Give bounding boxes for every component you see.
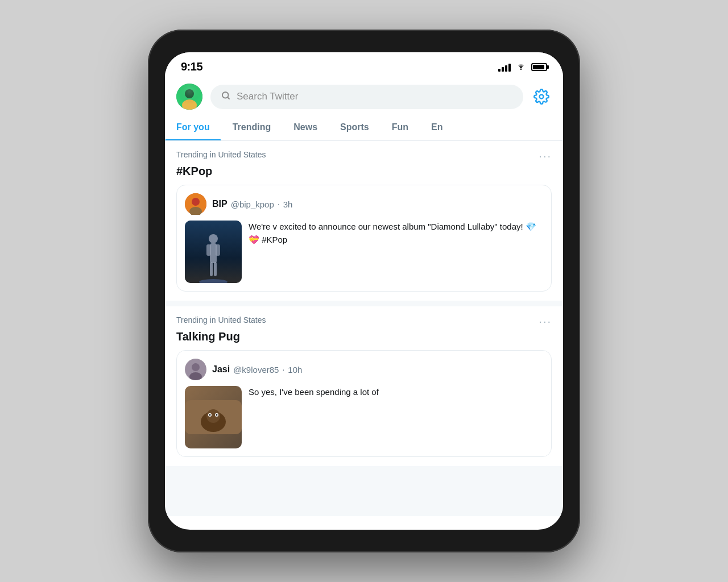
settings-icon[interactable] — [531, 86, 552, 107]
trend-title-pug[interactable]: Talking Pug — [176, 330, 552, 343]
tweet-user-row-bip: BIP @bip_kpop · 3h — [185, 193, 543, 215]
tab-fun[interactable]: Fun — [380, 114, 420, 140]
tweet-image-bip — [185, 221, 242, 283]
outer-scene: 9:15 — [0, 0, 728, 582]
trend-section-kpop: Trending in United States ··· #KPop — [165, 141, 563, 301]
svg-point-6 — [540, 95, 544, 99]
svg-point-23 — [206, 409, 220, 423]
signal-bars-icon — [498, 63, 511, 72]
svg-point-26 — [209, 414, 211, 416]
tab-sports[interactable]: Sports — [329, 114, 380, 140]
tweet-user-info-bip: BIP @bip_kpop · 3h — [212, 199, 292, 209]
tweet-handle-bip: @bip_kpop — [231, 199, 274, 209]
svg-point-8 — [192, 198, 200, 206]
svg-point-12 — [209, 234, 218, 243]
svg-point-4 — [176, 84, 202, 110]
trend-location-kpop: Trending in United States — [176, 150, 266, 159]
trend-title-kpop[interactable]: #KPop — [176, 165, 552, 178]
svg-point-27 — [216, 414, 218, 416]
tweet-card-bip[interactable]: BIP @bip_kpop · 3h — [176, 185, 552, 292]
tweet-avatar-jasi — [185, 359, 206, 380]
tweet-dot-jasi: · — [282, 365, 284, 374]
svg-rect-14 — [206, 244, 211, 256]
phone-screen: 9:15 — [165, 52, 563, 530]
status-bar: 9:15 — [165, 52, 563, 79]
status-icons — [498, 61, 547, 73]
svg-point-0 — [520, 68, 522, 70]
tweet-user-info-jasi: Jasi @k9lover85 · 10h — [212, 364, 302, 375]
phone-frame: 9:15 — [148, 30, 580, 552]
tweet-name-bip: BIP — [212, 199, 228, 209]
tab-for-you[interactable]: For you — [165, 114, 221, 140]
trend-location-pug: Trending in United States — [176, 315, 266, 325]
tweet-body-bip: We're v excited to announce our newest a… — [185, 221, 543, 283]
trend-section-pug: Trending in United States ··· Talking Pu… — [165, 306, 563, 466]
tab-en[interactable]: En — [420, 114, 454, 140]
wifi-icon — [515, 61, 527, 73]
tab-trending[interactable]: Trending — [221, 114, 283, 140]
tweet-image-jasi — [185, 386, 242, 448]
svg-rect-16 — [210, 262, 213, 276]
svg-point-19 — [192, 363, 200, 371]
battery-icon — [531, 63, 547, 71]
tweet-body-jasi: So yes, I've been spending a lot of — [185, 386, 543, 448]
search-placeholder-text: Search Twitter — [237, 91, 298, 102]
search-bar[interactable]: Search Twitter — [210, 85, 523, 109]
search-icon — [221, 90, 231, 103]
avatar[interactable] — [176, 84, 202, 110]
trend-header-pug: Trending in United States ··· — [176, 315, 552, 327]
tweet-name-jasi: Jasi — [212, 364, 230, 375]
svg-rect-15 — [216, 244, 220, 256]
tweet-time-bip: 3h — [283, 199, 293, 209]
header: Search Twitter — [165, 79, 563, 114]
tweet-avatar-bip — [185, 193, 206, 215]
trend-more-kpop[interactable]: ··· — [539, 150, 552, 161]
tweet-text-jasi: So yes, I've been spending a lot of — [249, 386, 379, 399]
status-time: 9:15 — [181, 60, 202, 73]
tabs-bar: For you Trending News Sports Fun En — [165, 114, 563, 141]
trend-more-pug[interactable]: ··· — [539, 315, 552, 327]
tweet-text-bip: We're v excited to announce our newest a… — [249, 221, 543, 246]
trend-header-kpop: Trending in United States ··· — [176, 150, 552, 161]
svg-rect-17 — [214, 262, 217, 276]
content-area: Trending in United States ··· #KPop — [165, 141, 563, 516]
tweet-time-jasi: 10h — [288, 365, 302, 375]
tab-news[interactable]: News — [282, 114, 329, 140]
tweet-card-jasi[interactable]: Jasi @k9lover85 · 10h — [176, 350, 552, 457]
tweet-user-row-jasi: Jasi @k9lover85 · 10h — [185, 359, 543, 380]
tweet-handle-jasi: @k9lover85 — [233, 365, 279, 375]
tweet-dot-bip: · — [278, 199, 280, 209]
